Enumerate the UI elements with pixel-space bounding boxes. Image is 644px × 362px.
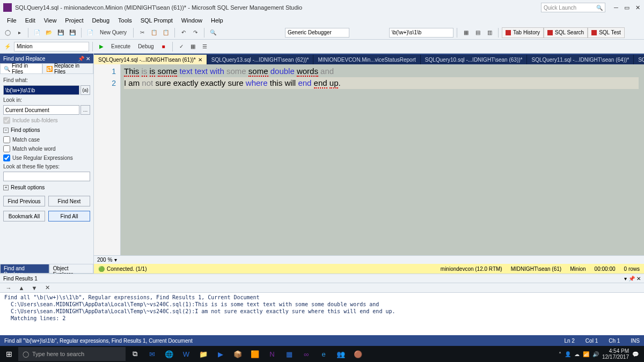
execute-icon[interactable]: ▶ <box>96 41 107 52</box>
maximize-icon[interactable]: ▭ <box>624 4 630 11</box>
tab-find-in-files[interactable]: 🔍Find in Files <box>0 63 42 73</box>
document-tab[interactable]: SQLQuery11.sql -...IDNIGHT\sean (64))* <box>527 55 634 64</box>
code-editor[interactable]: 12 This is is some text text with some s… <box>94 64 644 255</box>
word-icon[interactable]: W <box>178 346 194 362</box>
save-icon[interactable]: 💾 <box>55 27 66 38</box>
document-tab[interactable]: SQLQuery13.sql -...IDNIGHT\sean (62))* <box>207 55 314 64</box>
zoom-level[interactable]: 200 % <box>97 257 112 263</box>
redgate-sql-test[interactable]: SQL Test <box>588 27 625 38</box>
teams-icon[interactable]: 👥 <box>333 346 349 362</box>
browse-button[interactable]: … <box>80 105 90 115</box>
next-result-icon[interactable]: ▼ <box>29 283 40 293</box>
tool-icon[interactable]: ▤ <box>472 27 483 38</box>
menu-sql-prompt[interactable]: SQL Prompt <box>137 16 177 25</box>
redgate-tab-history[interactable]: Tab History <box>502 27 544 38</box>
app-icon[interactable]: 🟤 <box>350 346 366 362</box>
task-view-icon[interactable]: ⧉ <box>127 346 143 362</box>
pin-icon[interactable]: 📌 <box>78 56 84 62</box>
new-query-icon[interactable]: 📄 <box>85 27 96 38</box>
menu-file[interactable]: File <box>3 16 20 25</box>
minimize-icon[interactable]: ─ <box>613 4 619 11</box>
open-icon[interactable]: 📂 <box>43 27 54 38</box>
tab-replace-in-files[interactable]: 🔁Replace in Files <box>42 63 93 73</box>
execute-button[interactable]: Execute <box>108 42 134 50</box>
onenote-icon[interactable]: N <box>264 346 280 362</box>
find-results-body[interactable]: Find all "\b(\w+)\s\1\b", Regular expres… <box>0 293 644 335</box>
visualstudio-icon[interactable]: ∞ <box>298 346 314 362</box>
find-options-header[interactable]: −Find options <box>3 126 90 134</box>
app-icon[interactable]: 📦 <box>230 346 246 362</box>
document-tab[interactable]: SQLQuery9.sql - lo...IDNIGHT\sean (57)) <box>634 55 644 64</box>
tool-icon[interactable]: ▥ <box>484 27 495 38</box>
quick-launch[interactable]: Quick Launch 🔍 <box>541 3 605 12</box>
menu-debug[interactable]: Debug <box>89 16 113 25</box>
use-regex-checkbox[interactable]: Use Regular Expressions <box>3 154 90 161</box>
results-grid-icon[interactable]: ▦ <box>188 41 199 52</box>
database-select[interactable] <box>14 42 89 51</box>
menu-view[interactable]: View <box>40 16 61 25</box>
chevron-down-icon[interactable]: ▾ <box>114 257 117 263</box>
stop-icon[interactable]: ■ <box>158 41 169 52</box>
new-query-button[interactable]: New Query <box>97 28 130 36</box>
menu-help[interactable]: Help <box>207 16 227 25</box>
edge-icon[interactable]: e <box>316 346 332 362</box>
regex-input[interactable] <box>389 28 453 38</box>
network-icon[interactable]: 📶 <box>583 351 589 357</box>
menu-project[interactable]: Project <box>61 16 87 25</box>
close-icon[interactable]: ✕ <box>86 56 90 62</box>
app-icon[interactable]: 🟧 <box>247 346 263 362</box>
document-tab[interactable]: MINIONDEVCON.Min...viceStatusReport <box>313 55 420 64</box>
onedrive-icon[interactable]: ☁ <box>574 351 580 357</box>
pin-icon[interactable]: 📌 <box>628 276 635 282</box>
bottom-tab-find-replace[interactable]: Find and Replace <box>0 264 49 274</box>
volume-icon[interactable]: 🔊 <box>592 351 599 357</box>
powershell-icon[interactable]: ▶ <box>213 346 229 362</box>
close-icon[interactable]: ✕ <box>198 57 202 63</box>
goto-icon[interactable]: → <box>3 283 14 293</box>
taskbar-search[interactable]: ◯ Type here to search <box>18 347 126 361</box>
redo-icon[interactable]: ↷ <box>190 27 201 38</box>
menu-window[interactable]: Window <box>178 16 206 25</box>
notifications-icon[interactable]: 💬 <box>632 351 639 357</box>
bottom-tab-object-explorer[interactable]: Object Explorer <box>49 264 93 274</box>
copy-icon[interactable]: 📋 <box>149 27 159 38</box>
parse-icon[interactable]: ✓ <box>176 41 187 52</box>
nav-fwd-icon[interactable]: ▸ <box>14 27 25 38</box>
paste-icon[interactable]: 📋 <box>160 27 171 38</box>
nav-back-icon[interactable]: ◯ <box>2 27 13 38</box>
file-types-input[interactable] <box>3 172 90 181</box>
find-icon[interactable]: 🔍 <box>208 27 218 38</box>
find-what-input[interactable] <box>3 85 79 95</box>
document-tab[interactable]: SQLQuery14.sql -...IDNIGHT\sean (61))*✕ <box>94 55 207 64</box>
outlook-icon[interactable]: ✉ <box>144 346 160 362</box>
system-clock[interactable]: 4:54 PM 12/17/2017 <box>602 348 629 360</box>
app-icon[interactable]: ▦ <box>281 346 297 362</box>
menu-edit[interactable]: Edit <box>21 16 39 25</box>
prev-result-icon[interactable]: ▲ <box>16 283 27 293</box>
tray-up-icon[interactable]: ˄ <box>559 351 561 357</box>
look-in-select[interactable] <box>3 105 79 115</box>
match-case-checkbox[interactable]: Match case <box>3 136 90 143</box>
results-text-icon[interactable]: ☰ <box>200 41 210 52</box>
close-icon[interactable]: ✕ <box>634 4 641 11</box>
result-options-header[interactable]: +Result options <box>3 183 90 191</box>
chrome-icon[interactable]: 🌐 <box>161 346 177 362</box>
debug-button[interactable]: Debug <box>135 42 157 50</box>
dropdown-icon[interactable]: ▾ <box>624 276 627 282</box>
debugger-select[interactable] <box>285 28 349 38</box>
bookmark-all-button[interactable]: Bookmark All <box>3 211 45 221</box>
cut-icon[interactable]: ✂ <box>137 27 148 38</box>
close-icon[interactable]: ✕ <box>636 276 641 282</box>
find-previous-button[interactable]: Find Previous <box>3 196 45 206</box>
match-whole-word-checkbox[interactable]: Match whole word <box>3 145 90 152</box>
save-all-icon[interactable]: 💾 <box>67 27 78 38</box>
start-button[interactable]: ⊞ <box>1 346 17 362</box>
find-all-button[interactable]: Find All <box>48 211 90 221</box>
connect-icon[interactable]: ⚡ <box>2 41 13 52</box>
document-tab[interactable]: SQLQuery10.sql -...IDNIGHT\sean (63))* <box>421 55 528 64</box>
tool-icon[interactable]: ▦ <box>460 27 471 38</box>
expression-builder-button[interactable]: (a) <box>80 85 90 95</box>
menu-tools[interactable]: Tools <box>114 16 136 25</box>
explorer-icon[interactable]: 📁 <box>195 346 211 362</box>
people-icon[interactable]: 👤 <box>565 351 571 357</box>
